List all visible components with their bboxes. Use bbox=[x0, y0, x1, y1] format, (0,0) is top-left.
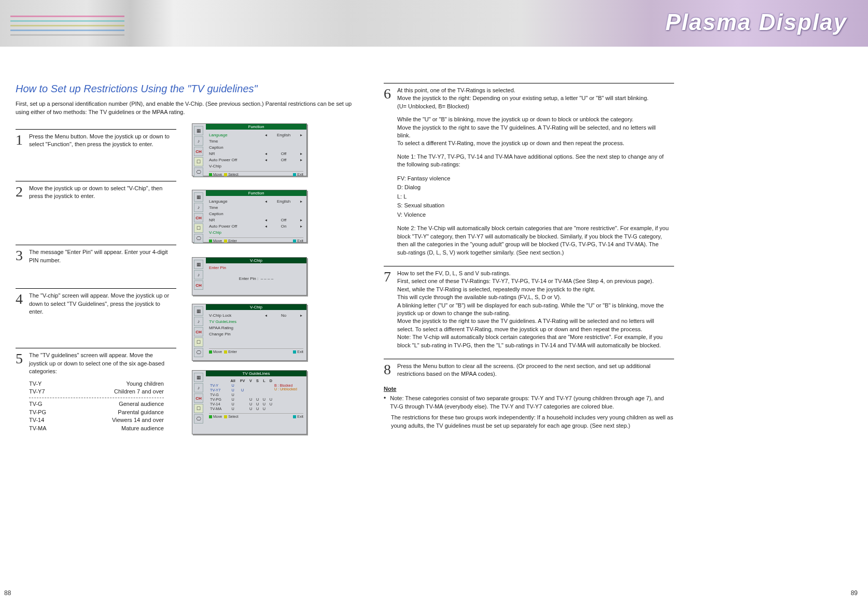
top-banner: Plasma Display bbox=[0, 0, 868, 47]
page: Plasma Display How to Set up Restriction… bbox=[0, 0, 868, 606]
pc-icon: 🖵 bbox=[194, 167, 203, 177]
osd-row-label: TV GuideLines bbox=[209, 319, 303, 324]
osd-row-value: No bbox=[268, 313, 299, 318]
rating-label: Young children bbox=[71, 380, 164, 388]
list-item: V: Violence bbox=[397, 210, 669, 220]
foot-exit: Exit bbox=[297, 350, 303, 354]
rating-code: TV-Y bbox=[29, 380, 71, 388]
osd-row-label: V-Chip Lock bbox=[209, 313, 264, 318]
right-column: 6 At this point, one of the TV-Ratings i… bbox=[384, 83, 674, 430]
p: First, select one of these TV-Ratings: T… bbox=[397, 277, 669, 285]
list-item: L: L bbox=[397, 192, 669, 202]
step-text: At this point, one of the TV-Ratings is … bbox=[397, 87, 674, 257]
sound-icon: ♪ bbox=[194, 203, 203, 212]
step-text: How to set the FV, D, L, S and V sub-rat… bbox=[397, 270, 674, 349]
picture-icon: ▦ bbox=[194, 126, 203, 135]
channel-icon: CH bbox=[194, 327, 203, 336]
osd-side-icons: ▦ ♪ CH ☐ 🖵 bbox=[192, 371, 206, 426]
channel-icon: CH bbox=[194, 147, 203, 156]
osd-function-2: ▦ ♪ CH ☐ 🖵 Function Language◂English▸ Ti… bbox=[192, 190, 307, 243]
osd-title: V-Chip bbox=[206, 258, 306, 263]
rating-label: Viewers 14 and over bbox=[71, 416, 164, 424]
step-1: 1 Press the Menu button. Move the joysti… bbox=[16, 129, 176, 149]
key-blocked: B : Blocked bbox=[274, 384, 303, 387]
page-number-left: 88 bbox=[4, 589, 11, 597]
banner-stripes bbox=[10, 16, 124, 47]
osd-row-label: Change Pin bbox=[209, 332, 303, 336]
step-text: Press the Menu button. Move the joystick… bbox=[29, 133, 176, 149]
osd-footer: Move Enter Exit bbox=[209, 348, 303, 354]
osd-title: Function bbox=[206, 124, 306, 130]
rating-label: Parental guidance bbox=[71, 408, 164, 416]
list-item: FV: Fantasy violence bbox=[397, 174, 669, 184]
function-icon: ☐ bbox=[194, 223, 203, 233]
step-text: The message "Enter Pin" will appear. Ent… bbox=[29, 248, 176, 264]
foot-exit: Exit bbox=[297, 239, 303, 243]
sound-icon: ♪ bbox=[194, 270, 203, 279]
page-heading: How to Set up Restrictions Using the "TV… bbox=[16, 83, 358, 95]
osd-row-label: Caption bbox=[209, 145, 303, 150]
osd-function-1: ▦ ♪ CH ☐ 🖵 Function Language◂English▸ Ti… bbox=[192, 123, 307, 176]
foot-enter: Enter bbox=[228, 239, 237, 243]
osd-title: TV GuideLines bbox=[206, 371, 306, 376]
foot-exit: Exit bbox=[297, 173, 303, 176]
step-text: The "V-chip" screen will appear. Move th… bbox=[29, 292, 176, 316]
foot-exit: Exit bbox=[297, 415, 303, 418]
function-icon: ☐ bbox=[194, 337, 203, 347]
rating-code: TV-G bbox=[29, 400, 71, 408]
step-number: 3 bbox=[16, 248, 29, 263]
rating-code: TV-Y7 bbox=[29, 388, 71, 396]
dashed-separator bbox=[29, 398, 164, 398]
step-8: 8 Press the Menu button to clear all the… bbox=[384, 359, 674, 378]
osd-enter-pin: ▦ ♪ CH V-Chip Enter Pin Enter Pin : – – … bbox=[192, 257, 307, 295]
osd-row-value: Off bbox=[268, 218, 299, 222]
osd-row-label: Language bbox=[209, 199, 264, 204]
p: Move the joystick to the right: Dependin… bbox=[397, 94, 669, 102]
step-2: 2 Move the joystick up or down to select… bbox=[16, 181, 176, 201]
osd-row-value: English bbox=[268, 199, 299, 204]
osd-title: Function bbox=[206, 190, 306, 196]
channel-icon: CH bbox=[194, 213, 203, 222]
osd-row-label: NR bbox=[209, 151, 264, 156]
guidelines-grid: AllFVVSLD TV-YU TV-Y7UU TV-GU TV-PGUUUUU… bbox=[209, 378, 274, 411]
pc-icon: 🖵 bbox=[194, 414, 203, 424]
p: Next, while the TV-Rating is selected, r… bbox=[397, 286, 669, 293]
foot-move: Move bbox=[213, 239, 222, 243]
note-item: Note: These categories consist of two se… bbox=[384, 394, 674, 411]
osd-row-label: NR bbox=[209, 218, 264, 222]
step-5: 5 The "TV guidelines" screen will appear… bbox=[16, 348, 176, 432]
step-number: 6 bbox=[384, 87, 397, 101]
channel-icon: CH bbox=[194, 280, 203, 290]
osd-row-label: Auto Power Off bbox=[209, 224, 264, 229]
foot-move: Move bbox=[213, 415, 222, 418]
step-text: The "TV guidelines" screen will appear. … bbox=[29, 351, 176, 432]
step-number: 4 bbox=[16, 292, 29, 306]
p: At this point, one of the TV-Ratings is … bbox=[397, 87, 669, 94]
step-number: 5 bbox=[16, 351, 29, 366]
osd-side-icons: ▦ ♪ CH ☐ 🖵 bbox=[192, 304, 206, 359]
rating-label: General audience bbox=[71, 400, 164, 408]
osd-row-label: Caption bbox=[209, 212, 303, 216]
step-number: 7 bbox=[384, 270, 397, 284]
step-number: 1 bbox=[16, 133, 29, 147]
p: While the "U" or "B" is blinking, move t… bbox=[397, 116, 669, 123]
pc-icon: 🖵 bbox=[194, 234, 203, 243]
intro-text: First, set up a personal identification … bbox=[16, 100, 358, 117]
osd-row-value: Off bbox=[268, 151, 299, 156]
step-number: 8 bbox=[384, 362, 397, 377]
picture-icon: ▦ bbox=[194, 373, 203, 382]
p: Note 2: The V-Chip will automatically bl… bbox=[397, 224, 669, 257]
p: This will cycle through the available su… bbox=[397, 293, 669, 301]
p: How to set the FV, D, L, S and V sub-rat… bbox=[397, 270, 669, 277]
osd-footer: Move Select Exit bbox=[209, 413, 303, 418]
osd-tv-guidelines: ▦ ♪ CH ☐ 🖵 TV GuideLines AllFVVSLD TV-YU… bbox=[192, 370, 307, 434]
osd-side-icons: ▦ ♪ CH ☐ 🖵 bbox=[192, 124, 206, 179]
osd-row-value: On bbox=[268, 224, 299, 229]
list-item: S: Sexual situation bbox=[397, 201, 669, 210]
ratings-table: TV-YYoung children TV-Y7Children 7 and o… bbox=[29, 380, 171, 432]
rating-label: Mature audience bbox=[71, 425, 164, 432]
osd-row-label: Time bbox=[209, 205, 303, 210]
osd-row-label: V-Chip bbox=[209, 230, 303, 235]
step-4: 4 The "V-chip" screen will appear. Move … bbox=[16, 288, 176, 316]
pin-label: Enter Pin : bbox=[239, 276, 258, 281]
